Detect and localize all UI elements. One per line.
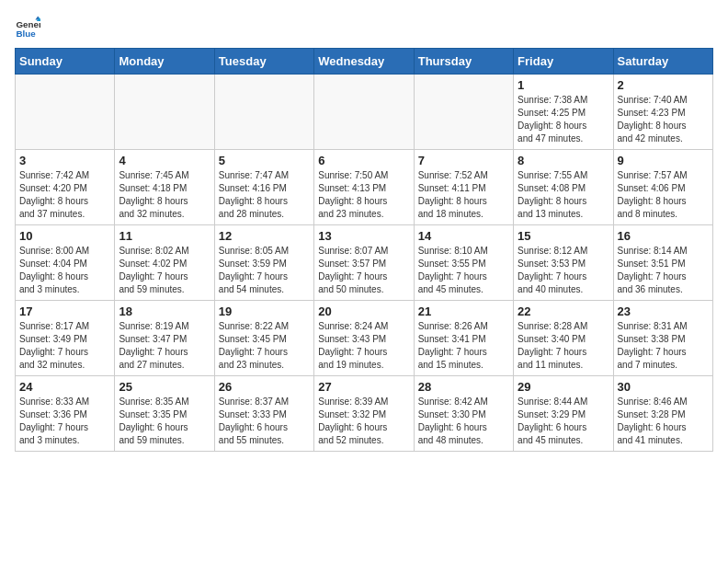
- calendar-week-4: 17Sunrise: 8:17 AM Sunset: 3:49 PM Dayli…: [16, 301, 713, 376]
- calendar-cell: 5Sunrise: 7:47 AM Sunset: 4:16 PM Daylig…: [214, 150, 313, 225]
- calendar-cell: 20Sunrise: 8:24 AM Sunset: 3:43 PM Dayli…: [314, 301, 414, 376]
- day-number: 10: [19, 229, 110, 243]
- day-info: Sunrise: 8:14 AM Sunset: 3:51 PM Dayligh…: [618, 245, 709, 296]
- day-number: 8: [518, 154, 609, 167]
- calendar-table: SundayMondayTuesdayWednesdayThursdayFrid…: [15, 48, 713, 452]
- calendar-cell: 3Sunrise: 7:42 AM Sunset: 4:20 PM Daylig…: [16, 150, 115, 225]
- day-info: Sunrise: 8:46 AM Sunset: 3:28 PM Dayligh…: [618, 396, 709, 447]
- calendar-cell: [115, 75, 214, 150]
- day-info: Sunrise: 8:17 AM Sunset: 3:49 PM Dayligh…: [19, 320, 110, 372]
- calendar-cell: 23Sunrise: 8:31 AM Sunset: 3:38 PM Dayli…: [613, 301, 712, 376]
- day-number: 2: [618, 78, 709, 92]
- page-header: General Blue: [15, 15, 713, 40]
- day-number: 9: [618, 154, 709, 167]
- day-number: 3: [19, 154, 110, 167]
- day-number: 27: [318, 380, 409, 394]
- calendar-cell: 18Sunrise: 8:19 AM Sunset: 3:47 PM Dayli…: [115, 301, 214, 376]
- day-number: 22: [518, 304, 609, 318]
- calendar-cell: 17Sunrise: 8:17 AM Sunset: 3:49 PM Dayli…: [16, 301, 115, 376]
- day-info: Sunrise: 8:37 AM Sunset: 3:33 PM Dayligh…: [219, 396, 310, 447]
- day-info: Sunrise: 7:42 AM Sunset: 4:20 PM Dayligh…: [19, 169, 110, 221]
- day-number: 18: [119, 304, 210, 318]
- calendar-cell: 15Sunrise: 8:12 AM Sunset: 3:53 PM Dayli…: [514, 225, 613, 301]
- calendar-cell: [314, 75, 414, 150]
- weekday-header-tuesday: Tuesday: [214, 49, 313, 75]
- calendar-cell: 30Sunrise: 8:46 AM Sunset: 3:28 PM Dayli…: [613, 376, 712, 452]
- day-number: 21: [418, 304, 509, 318]
- day-number: 23: [618, 304, 709, 318]
- day-number: 26: [219, 380, 310, 394]
- day-number: 12: [219, 229, 310, 243]
- calendar-cell: 26Sunrise: 8:37 AM Sunset: 3:33 PM Dayli…: [214, 376, 313, 452]
- day-info: Sunrise: 7:38 AM Sunset: 4:25 PM Dayligh…: [518, 94, 609, 145]
- calendar-cell: 7Sunrise: 7:52 AM Sunset: 4:11 PM Daylig…: [414, 150, 513, 225]
- calendar-week-5: 24Sunrise: 8:33 AM Sunset: 3:36 PM Dayli…: [16, 376, 713, 452]
- day-number: 14: [418, 229, 509, 243]
- day-info: Sunrise: 8:31 AM Sunset: 3:38 PM Dayligh…: [618, 320, 709, 372]
- day-info: Sunrise: 8:24 AM Sunset: 3:43 PM Dayligh…: [318, 320, 409, 372]
- calendar-cell: 12Sunrise: 8:05 AM Sunset: 3:59 PM Dayli…: [214, 225, 313, 301]
- day-info: Sunrise: 8:42 AM Sunset: 3:30 PM Dayligh…: [418, 396, 509, 447]
- day-info: Sunrise: 8:33 AM Sunset: 3:36 PM Dayligh…: [19, 396, 110, 447]
- calendar-cell: 13Sunrise: 8:07 AM Sunset: 3:57 PM Dayli…: [314, 225, 414, 301]
- calendar-cell: 27Sunrise: 8:39 AM Sunset: 3:32 PM Dayli…: [314, 376, 414, 452]
- day-number: 7: [418, 154, 509, 167]
- calendar-cell: [414, 75, 513, 150]
- day-number: 20: [318, 304, 409, 318]
- calendar-cell: 14Sunrise: 8:10 AM Sunset: 3:55 PM Dayli…: [414, 225, 513, 301]
- day-info: Sunrise: 8:05 AM Sunset: 3:59 PM Dayligh…: [219, 245, 310, 296]
- day-info: Sunrise: 8:02 AM Sunset: 4:02 PM Dayligh…: [119, 245, 210, 296]
- calendar-week-1: 1Sunrise: 7:38 AM Sunset: 4:25 PM Daylig…: [16, 75, 713, 150]
- day-number: 30: [618, 380, 709, 394]
- day-number: 25: [119, 380, 210, 394]
- calendar-cell: 6Sunrise: 7:50 AM Sunset: 4:13 PM Daylig…: [314, 150, 414, 225]
- calendar-cell: [214, 75, 313, 150]
- day-info: Sunrise: 7:55 AM Sunset: 4:08 PM Dayligh…: [518, 169, 609, 221]
- day-number: 13: [318, 229, 409, 243]
- calendar-cell: 24Sunrise: 8:33 AM Sunset: 3:36 PM Dayli…: [16, 376, 115, 452]
- calendar-cell: 9Sunrise: 7:57 AM Sunset: 4:06 PM Daylig…: [613, 150, 712, 225]
- logo-icon: General Blue: [15, 15, 40, 40]
- calendar-cell: 22Sunrise: 8:28 AM Sunset: 3:40 PM Dayli…: [514, 301, 613, 376]
- day-info: Sunrise: 7:40 AM Sunset: 4:23 PM Dayligh…: [618, 94, 709, 145]
- calendar-cell: 1Sunrise: 7:38 AM Sunset: 4:25 PM Daylig…: [514, 75, 613, 150]
- day-number: 15: [518, 229, 609, 243]
- day-info: Sunrise: 8:26 AM Sunset: 3:41 PM Dayligh…: [418, 320, 509, 372]
- weekday-header-sunday: Sunday: [16, 49, 115, 75]
- day-info: Sunrise: 8:07 AM Sunset: 3:57 PM Dayligh…: [318, 245, 409, 296]
- day-number: 1: [518, 78, 609, 92]
- day-info: Sunrise: 8:22 AM Sunset: 3:45 PM Dayligh…: [219, 320, 310, 372]
- weekday-header-thursday: Thursday: [414, 49, 513, 75]
- day-info: Sunrise: 8:00 AM Sunset: 4:04 PM Dayligh…: [19, 245, 110, 296]
- day-number: 16: [618, 229, 709, 243]
- weekday-header-friday: Friday: [514, 49, 613, 75]
- day-number: 29: [518, 380, 609, 394]
- calendar-cell: 28Sunrise: 8:42 AM Sunset: 3:30 PM Dayli…: [414, 376, 513, 452]
- day-info: Sunrise: 8:10 AM Sunset: 3:55 PM Dayligh…: [418, 245, 509, 296]
- calendar-cell: 21Sunrise: 8:26 AM Sunset: 3:41 PM Dayli…: [414, 301, 513, 376]
- day-number: 4: [119, 154, 210, 167]
- day-number: 19: [219, 304, 310, 318]
- day-info: Sunrise: 8:39 AM Sunset: 3:32 PM Dayligh…: [318, 396, 409, 447]
- calendar-cell: 25Sunrise: 8:35 AM Sunset: 3:35 PM Dayli…: [115, 376, 214, 452]
- day-info: Sunrise: 7:52 AM Sunset: 4:11 PM Dayligh…: [418, 169, 509, 221]
- calendar-cell: 11Sunrise: 8:02 AM Sunset: 4:02 PM Dayli…: [115, 225, 214, 301]
- day-number: 17: [19, 304, 110, 318]
- day-info: Sunrise: 8:35 AM Sunset: 3:35 PM Dayligh…: [119, 396, 210, 447]
- day-info: Sunrise: 8:28 AM Sunset: 3:40 PM Dayligh…: [518, 320, 609, 372]
- day-info: Sunrise: 8:44 AM Sunset: 3:29 PM Dayligh…: [518, 396, 609, 447]
- calendar-cell: 16Sunrise: 8:14 AM Sunset: 3:51 PM Dayli…: [613, 225, 712, 301]
- calendar-cell: 29Sunrise: 8:44 AM Sunset: 3:29 PM Dayli…: [514, 376, 613, 452]
- calendar-cell: [16, 75, 115, 150]
- calendar-week-2: 3Sunrise: 7:42 AM Sunset: 4:20 PM Daylig…: [16, 150, 713, 225]
- calendar-cell: 10Sunrise: 8:00 AM Sunset: 4:04 PM Dayli…: [16, 225, 115, 301]
- day-number: 5: [219, 154, 310, 167]
- day-number: 24: [19, 380, 110, 394]
- day-info: Sunrise: 7:57 AM Sunset: 4:06 PM Dayligh…: [618, 169, 709, 221]
- day-info: Sunrise: 8:12 AM Sunset: 3:53 PM Dayligh…: [518, 245, 609, 296]
- day-number: 28: [418, 380, 509, 394]
- day-info: Sunrise: 7:45 AM Sunset: 4:18 PM Dayligh…: [119, 169, 210, 221]
- weekday-header-monday: Monday: [115, 49, 214, 75]
- day-number: 11: [119, 229, 210, 243]
- day-number: 6: [318, 154, 409, 167]
